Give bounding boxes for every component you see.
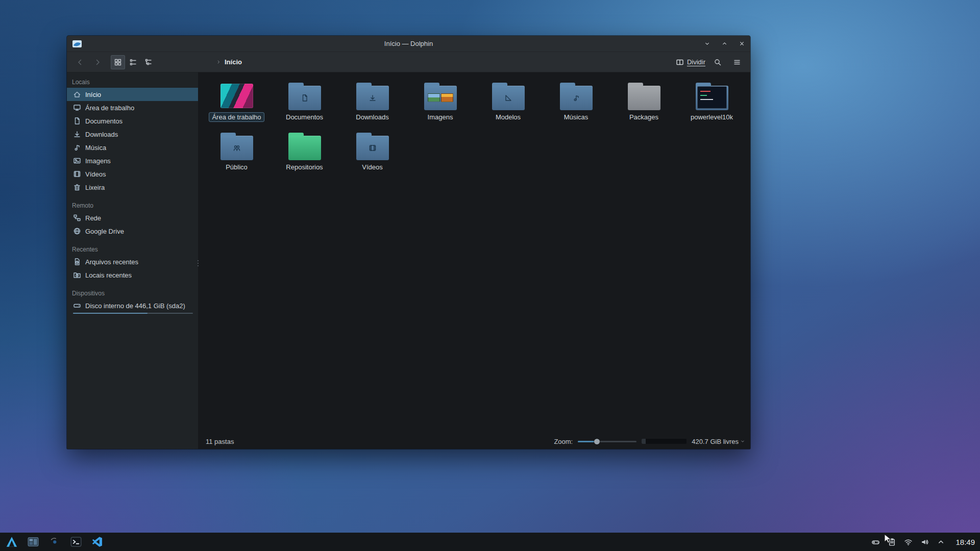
sidebar-item-label: Imagens	[85, 157, 111, 165]
sidebar-item-downloads[interactable]: Downloads	[67, 128, 198, 141]
sidebar-item-label: Lixeira	[85, 184, 105, 191]
file-documentos[interactable]: Documentos	[271, 77, 338, 127]
file-publico[interactable]: Público	[203, 127, 271, 177]
file-label: Área de trabalho	[209, 113, 263, 121]
details-view-button[interactable]	[141, 55, 156, 69]
split-icon	[676, 58, 684, 66]
folder-icon	[288, 136, 321, 160]
taskbar-firefox-button[interactable]	[48, 535, 61, 548]
split-button[interactable]: Dividir	[676, 58, 705, 66]
panel-resize-handle[interactable]	[197, 260, 199, 273]
sidebar-item-inicio[interactable]: Início	[67, 88, 198, 101]
places-panel: Locais Início Área de trabalho Documento…	[67, 72, 199, 449]
sidebar-item-label: Downloads	[85, 131, 118, 138]
sidebar-item-musica[interactable]: Música	[67, 141, 198, 154]
sidebar-item-lixeira[interactable]: Lixeira	[67, 181, 198, 194]
application-launcher-button[interactable]	[5, 535, 18, 548]
sidebar-item-label: Google Drive	[85, 228, 124, 235]
image-icon	[73, 157, 81, 165]
file-downloads[interactable]: Downloads	[338, 77, 406, 127]
document-emblem-icon	[301, 94, 309, 102]
file-label: Público	[223, 163, 250, 171]
file-label: Imagens	[425, 113, 456, 121]
sidebar-item-label: Arquivos recentes	[85, 258, 138, 266]
file-musicas[interactable]: Músicas	[542, 77, 610, 127]
icons-view-button[interactable]	[111, 55, 125, 69]
forward-button[interactable]	[90, 55, 105, 69]
status-bar: 11 pastas Zoom: 420.7 GiB livres	[199, 434, 750, 449]
window-title: Início — Dolphin	[67, 40, 750, 47]
taskbar-vscode-button[interactable]	[91, 535, 104, 548]
taskbar-files-button[interactable]	[27, 535, 40, 548]
folder-icon	[560, 86, 593, 110]
file-grid: Área de trabalho Documentos Downloads	[199, 72, 750, 434]
clock: 18:49	[955, 538, 975, 546]
sidebar-item-videos[interactable]: Vídeos	[67, 167, 198, 181]
zoom-label: Zoom:	[554, 438, 573, 445]
file-imagens[interactable]: Imagens	[406, 77, 474, 127]
folder-icon	[220, 136, 253, 160]
taskbar-terminal-button[interactable]	[69, 535, 83, 548]
breadcrumb[interactable]: Início	[216, 58, 242, 66]
sidebar-item-google-drive[interactable]: Google Drive	[67, 224, 198, 238]
file-videos[interactable]: Vídeos	[338, 127, 406, 177]
film-emblem-icon	[369, 144, 377, 152]
section-header-remoto: Remoto	[67, 201, 198, 211]
maximize-button[interactable]	[716, 36, 733, 52]
folder-icon	[424, 86, 457, 110]
file-label: Músicas	[561, 113, 591, 121]
sidebar-item-label: Disco interno de 446,1 GiB (sda2)	[85, 302, 185, 310]
tray-wifi-icon[interactable]	[903, 537, 913, 546]
sidebar-item-imagens[interactable]: Imagens	[67, 154, 198, 167]
back-button[interactable]	[73, 55, 87, 69]
file-label: Downloads	[353, 113, 391, 121]
file-repositorios[interactable]: Repositorios	[271, 127, 338, 177]
firefox-icon	[48, 536, 61, 548]
titlebar[interactable]: Início — Dolphin	[67, 36, 750, 52]
tray-volume-icon[interactable]	[920, 537, 929, 546]
file-label: Vídeos	[359, 163, 385, 171]
free-space-bar	[642, 439, 687, 444]
compact-view-button[interactable]	[126, 55, 140, 69]
people-emblem-icon	[233, 144, 241, 152]
tray-clipboard-icon[interactable]	[887, 537, 896, 546]
hamburger-menu-button[interactable]	[730, 55, 744, 69]
file-packages[interactable]: Packages	[610, 77, 678, 127]
zoom-slider[interactable]	[578, 438, 636, 445]
file-powerlevel10k[interactable]: powerlevel10k	[678, 77, 746, 127]
terminal-icon	[70, 536, 82, 548]
taskbar: 18:49	[0, 533, 980, 551]
launcher-icon	[6, 536, 18, 548]
folder-icon	[628, 86, 660, 110]
photo-preview-icon	[441, 93, 453, 102]
sidebar-item-locais-recentes[interactable]: Locais recentes	[67, 268, 198, 282]
file-label: Repositorios	[283, 163, 325, 171]
folder-icon	[696, 86, 728, 110]
vscode-icon	[91, 536, 104, 548]
folder-icon	[492, 86, 525, 110]
free-space[interactable]: 420.7 GiB livres	[692, 438, 745, 445]
sidebar-item-disco-interno[interactable]: Disco interno de 446,1 GiB (sda2)	[67, 299, 198, 312]
close-button[interactable]	[733, 36, 750, 52]
sidebar-item-area-de-trabalho[interactable]: Área de trabalho	[67, 101, 198, 114]
download-icon	[73, 130, 81, 138]
sidebar-item-label: Área de trabalho	[85, 104, 134, 112]
search-button[interactable]	[710, 55, 725, 69]
zoom-slider-handle[interactable]	[594, 439, 600, 444]
file-area-de-trabalho[interactable]: Área de trabalho	[203, 77, 271, 127]
sidebar-item-label: Rede	[85, 214, 101, 222]
sidebar-item-rede[interactable]: Rede	[67, 211, 198, 224]
desktop[interactable]: { "colors": { "accent": "#3daee9", "fold…	[0, 0, 980, 551]
sidebar-item-label: Vídeos	[85, 170, 106, 178]
item-count: 11 pastas	[206, 438, 234, 445]
minimize-button[interactable]	[698, 36, 716, 52]
chevron-down-icon	[740, 439, 745, 444]
globe-icon	[73, 227, 81, 235]
sidebar-item-documentos[interactable]: Documentos	[67, 114, 198, 128]
file-label: Modelos	[493, 113, 523, 121]
tray-expand-icon[interactable]	[936, 537, 945, 546]
folder-view[interactable]: Área de trabalho Documentos Downloads	[199, 72, 750, 449]
sidebar-item-arquivos-recentes[interactable]: Arquivos recentes	[67, 255, 198, 268]
tray-gamepad-icon[interactable]	[871, 537, 880, 546]
file-modelos[interactable]: Modelos	[474, 77, 542, 127]
